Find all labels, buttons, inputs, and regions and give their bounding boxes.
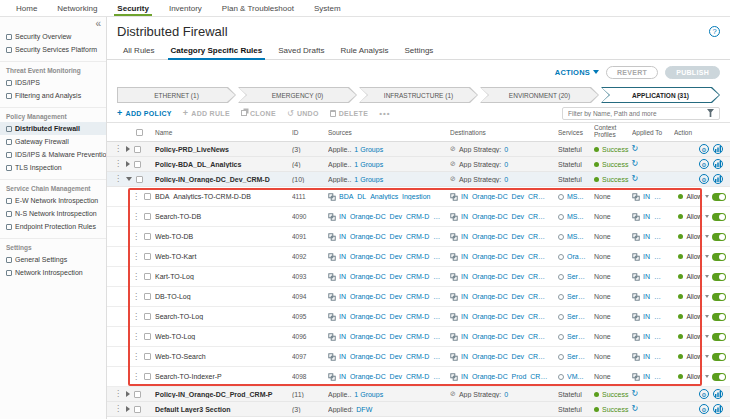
row-menu-icon[interactable]: ⋮: [132, 293, 140, 301]
expander-icon[interactable]: [126, 406, 130, 412]
action-label[interactable]: Allow: [686, 313, 702, 320]
category-tab-environment-20[interactable]: ENVIRONMENT (20): [480, 87, 599, 103]
row-menu-icon[interactable]: ⋮: [114, 390, 122, 398]
add-policy-button[interactable]: +ADD POLICY: [117, 109, 172, 118]
row-menu-icon[interactable]: ⋮: [132, 193, 140, 201]
row-checkbox[interactable]: [144, 213, 151, 220]
row-menu-icon[interactable]: ⋮: [132, 233, 140, 241]
rule-enabled-toggle[interactable]: [712, 193, 726, 201]
rule-enabled-toggle[interactable]: [712, 213, 726, 221]
applied-to-link[interactable]: IN_Ora...: [643, 293, 670, 300]
policy-row[interactable]: ⋮ Policy-IN_Orange-DC_Prod_CRM-P (11) Ap…: [107, 387, 730, 402]
row-checkbox[interactable]: [144, 233, 151, 240]
row-checkbox[interactable]: [144, 273, 151, 280]
rule-row[interactable]: ⋮ Search-TO-DB 4090 IN_Orange-DC_Dev_CRM…: [107, 207, 730, 227]
action-label[interactable]: Allow: [686, 233, 702, 240]
sidebar-item-general-settings[interactable]: General Settings: [0, 253, 106, 266]
strategy-count-link[interactable]: 0: [504, 176, 508, 183]
policy-row[interactable]: ⋮ Policy-IN_Orange-DC_Dev_CRM-D (10) App…: [107, 172, 730, 187]
action-label[interactable]: Allow: [686, 193, 702, 200]
tab-settings[interactable]: Settings: [396, 41, 441, 59]
source-group-link[interactable]: BDA_DL_Analytics_Ingestion: [339, 193, 434, 200]
topnav-item-security[interactable]: Security: [107, 0, 159, 16]
action-dropdown-caret-icon[interactable]: [705, 215, 709, 218]
applied-groups-link[interactable]: 1 Groups: [354, 146, 383, 153]
category-tab-emergency-0[interactable]: EMERGENCY (0): [238, 87, 357, 103]
sidebar-item-security-services-platform[interactable]: Security Services Platform: [0, 43, 106, 56]
service-link[interactable]: MS...: [567, 213, 587, 220]
topnav-item-home[interactable]: Home: [6, 0, 47, 16]
row-menu-icon[interactable]: ⋮: [132, 213, 140, 221]
policy-stats-icon[interactable]: [713, 404, 723, 414]
policy-row[interactable]: ⋮ Default Layer3 Section (3) Applied: DF…: [107, 402, 730, 417]
service-link[interactable]: MS...: [567, 193, 587, 200]
category-tab-application-31[interactable]: APPLICATION (31): [601, 87, 720, 103]
row-checkbox[interactable]: [134, 146, 141, 153]
policy-settings-gear-icon[interactable]: ⚙: [699, 404, 709, 414]
applied-to-link[interactable]: IN_Ora...: [643, 353, 670, 360]
row-checkbox[interactable]: [134, 406, 141, 413]
applied-to-link[interactable]: IN_Ora...: [643, 333, 670, 340]
applied-groups-link[interactable]: 1 Groups: [354, 161, 383, 168]
sidebar-item-distributed-firewall[interactable]: Distributed Firewall: [0, 122, 106, 135]
policy-row[interactable]: ⋮ Policy-PRD_LiveNews (3) Applie.. 1 Gro…: [107, 142, 730, 157]
strategy-count-link[interactable]: 0: [504, 146, 508, 153]
rule-enabled-toggle[interactable]: [712, 333, 726, 341]
refresh-status-icon[interactable]: ↻: [631, 390, 638, 398]
applied-to-link[interactable]: IN_Ora...: [643, 193, 670, 200]
source-group-link[interactable]: IN_Orange-DC_Dev_CRM-D_Web: [339, 333, 446, 340]
policy-stats-icon[interactable]: [713, 389, 723, 399]
row-menu-icon[interactable]: ⋮: [132, 333, 140, 341]
clone-button[interactable]: CLONE: [241, 110, 276, 117]
sidebar-item-security-overview[interactable]: Security Overview: [0, 30, 106, 43]
source-group-link[interactable]: IN_Orange-DC_Dev_CRM-D_Search: [339, 313, 446, 320]
action-label[interactable]: Allow: [686, 213, 702, 220]
sidebar-item-e-w-network-introspection[interactable]: E-W Network Introspection: [0, 194, 106, 207]
sidebar-item-endpoint-protection-rules[interactable]: Endpoint Protection Rules: [0, 220, 106, 233]
topnav-item-plan-troubleshoot[interactable]: Plan & Troubleshoot: [212, 0, 304, 16]
actions-dropdown[interactable]: ACTIONS: [555, 68, 599, 77]
service-link[interactable]: Serv...: [567, 273, 590, 280]
action-label[interactable]: Allow: [686, 293, 702, 300]
action-dropdown-caret-icon[interactable]: [705, 375, 709, 378]
rule-row[interactable]: ⋮ Web-TO-Search 4097 IN_Orange-DC_Dev_CR…: [107, 347, 730, 367]
publish-button[interactable]: PUBLISH: [665, 66, 720, 79]
action-label[interactable]: Allow: [686, 353, 702, 360]
row-menu-icon[interactable]: ⋮: [132, 273, 140, 281]
row-checkbox[interactable]: [144, 293, 151, 300]
row-menu-icon[interactable]: ⋮: [114, 145, 122, 153]
rule-row[interactable]: ⋮ BDA_Analytics-TO-CRM-D-DB 4111 BDA_DL_…: [107, 187, 730, 207]
row-checkbox[interactable]: [144, 333, 151, 340]
action-label[interactable]: Allow: [686, 373, 702, 380]
expander-icon[interactable]: [126, 391, 130, 397]
destination-group-link[interactable]: IN_Orange-DC_Dev_CRM-D_DB: [461, 193, 554, 200]
action-dropdown-caret-icon[interactable]: [705, 355, 709, 358]
source-group-link[interactable]: IN_Orange-DC_Dev_CRM-D_Web: [339, 253, 446, 260]
filter-input[interactable]: [568, 110, 703, 117]
applied-to-link[interactable]: IN_Ora...: [643, 373, 670, 380]
row-checkbox[interactable]: [134, 391, 141, 398]
destination-group-link[interactable]: IN_Orange-DC_Dev_CRM-D_Kart: [461, 253, 554, 260]
rule-enabled-toggle[interactable]: [712, 313, 726, 321]
select-all-checkbox[interactable]: [136, 129, 143, 136]
service-link[interactable]: Orac...: [567, 253, 590, 260]
sidebar-item-ids-ips-malware-prevention[interactable]: IDS/IPS & Malware Prevention: [0, 148, 106, 161]
row-menu-icon[interactable]: ⋮: [132, 313, 140, 321]
destination-group-link[interactable]: IN_Orange-DC_Dev_CRM-D_Log: [461, 313, 554, 320]
refresh-status-icon[interactable]: ↻: [631, 405, 638, 413]
more-button[interactable]: •••: [379, 109, 390, 118]
action-dropdown-caret-icon[interactable]: [705, 195, 709, 198]
service-link[interactable]: Serv...: [567, 353, 590, 360]
destination-group-link[interactable]: IN_Orange-DC_Dev_CRM-D_Search: [461, 353, 554, 360]
action-dropdown-caret-icon[interactable]: [705, 335, 709, 338]
sidebar-item-tls-inspection[interactable]: TLS Inspection: [0, 161, 106, 174]
row-checkbox[interactable]: [144, 353, 151, 360]
topnav-item-networking[interactable]: Networking: [47, 0, 107, 16]
source-group-link[interactable]: IN_Orange-DC_Dev_CRM-D_Kart: [339, 273, 446, 280]
topnav-item-system[interactable]: System: [304, 0, 351, 16]
applied-to-link[interactable]: IN_Ora...: [643, 233, 670, 240]
rule-enabled-toggle[interactable]: [712, 273, 726, 281]
action-label[interactable]: Allow: [686, 333, 702, 340]
applied-to-link[interactable]: IN_Ora...: [643, 213, 670, 220]
service-link[interactable]: VM...: [567, 373, 587, 380]
